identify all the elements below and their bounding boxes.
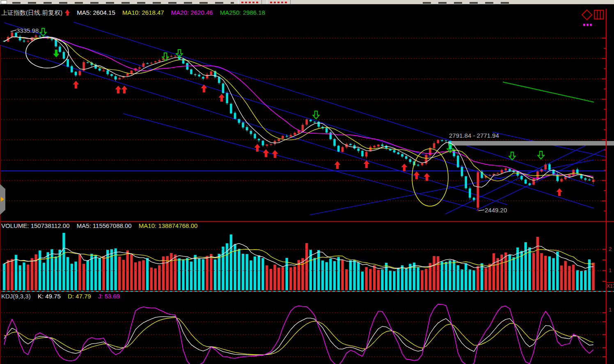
volume-axis-label-2: 2 (609, 246, 612, 252)
expand-arrow-icon (1, 197, 4, 202)
ma250-label: MA250: 2986.18 (220, 9, 265, 16)
menu-text-strip (12, 2, 234, 4)
volume-axis-label-1: 1 (609, 267, 612, 273)
sidebar-expand-handle[interactable] (0, 184, 5, 215)
window-icon[interactable] (1, 0, 7, 4)
trading-app-window: 上证指数(日线.前复权) MA5: 2604.15 MA10: 2618.47 … (0, 0, 614, 364)
up-arrow-icon (65, 9, 70, 16)
low-price-label: 2449.20 (485, 207, 507, 214)
toolbar-button-red-1[interactable] (238, 0, 262, 4)
resistance-band-label: 2791.84 - 2771.94 (449, 132, 499, 139)
menu-text-strip-right (423, 2, 511, 4)
ma5-label: MA5: 2604.15 (77, 9, 115, 16)
ma20-label: MA20: 2620.46 (171, 9, 213, 16)
volume-ma10-label: MA10: 138874768.00 (139, 222, 197, 229)
kdj-header: KDJ(9,3,3) K: 49.75 D: 47.79 J: 53.69 (1, 293, 125, 300)
volume-ma5-label: MA5: 115567088.00 (77, 222, 132, 229)
volume-header: VOLUME: 150738112.00 MA5: 115567088.00 M… (1, 222, 203, 229)
volume-value-label: VOLUME: 150738112.00 (1, 222, 70, 229)
kdj-j-label: J: 53.69 (98, 293, 120, 300)
volume-scale-label: X17 (607, 283, 614, 289)
kdj-axis-label-100: 1 (609, 307, 612, 313)
main-chart-header: 上证指数(日线.前复权) MA5: 2604.15 MA10: 2618.47 … (1, 9, 270, 17)
instrument-title: 上证指数(日线.前复权) (1, 9, 62, 16)
ma10-label: MA10: 2618.47 (122, 9, 164, 16)
chart-canvas[interactable] (0, 0, 614, 364)
toolbar-button-red-2[interactable] (267, 0, 291, 4)
high-price-label: 3335.98 (16, 27, 39, 34)
kdj-params-label: KDJ(9,3,3) (1, 293, 31, 300)
top-toolbar[interactable] (0, 0, 614, 5)
kdj-k-label: K: 49.75 (38, 293, 61, 300)
kdj-d-label: D: 47.79 (68, 293, 91, 300)
